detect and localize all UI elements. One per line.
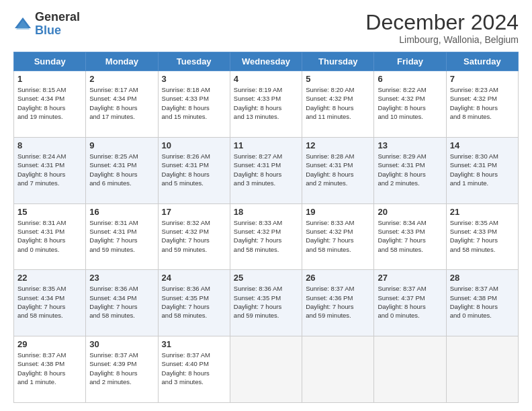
day-info: Sunrise: 8:20 AMSunset: 4:32 PMDaylight:… [306, 85, 370, 121]
calendar-header-row: SundayMondayTuesdayWednesdayThursdayFrid… [14, 52, 519, 71]
calendar-cell [302, 336, 374, 403]
day-info: Sunrise: 8:33 AMSunset: 4:32 PMDaylight:… [306, 218, 370, 254]
day-number: 20 [378, 207, 442, 217]
calendar-week-3: 15Sunrise: 8:31 AMSunset: 4:31 PMDayligh… [14, 203, 519, 270]
calendar-cell: 8Sunrise: 8:24 AMSunset: 4:31 PMDaylight… [14, 137, 86, 203]
day-number: 23 [89, 273, 154, 283]
day-info: Sunrise: 8:23 AMSunset: 4:32 PMDaylight:… [450, 85, 515, 121]
day-number: 19 [306, 207, 370, 217]
day-number: 3 [162, 74, 226, 84]
calendar-cell: 1Sunrise: 8:15 AMSunset: 4:34 PMDaylight… [14, 71, 86, 138]
calendar-cell: 10Sunrise: 8:26 AMSunset: 4:31 PMDayligh… [158, 137, 230, 203]
calendar-week-2: 8Sunrise: 8:24 AMSunset: 4:31 PMDaylight… [14, 137, 519, 203]
day-info: Sunrise: 8:36 AMSunset: 4:35 PMDaylight:… [162, 284, 226, 320]
day-number: 8 [17, 140, 82, 150]
day-info: Sunrise: 8:37 AMSunset: 4:40 PMDaylight:… [162, 351, 226, 386]
day-number: 15 [17, 207, 82, 217]
day-info: Sunrise: 8:37 AMSunset: 4:36 PMDaylight:… [306, 284, 370, 320]
day-info: Sunrise: 8:37 AMSunset: 4:38 PMDaylight:… [450, 284, 515, 320]
calendar-cell: 24Sunrise: 8:36 AMSunset: 4:35 PMDayligh… [158, 270, 230, 336]
calendar-cell: 25Sunrise: 8:36 AMSunset: 4:35 PMDayligh… [230, 270, 302, 336]
day-info: Sunrise: 8:25 AMSunset: 4:31 PMDaylight:… [89, 152, 154, 187]
calendar-cell: 31Sunrise: 8:37 AMSunset: 4:40 PMDayligh… [158, 336, 230, 403]
day-number: 17 [162, 207, 226, 217]
page: General Blue December 2024 Limbourg, Wal… [0, 0, 532, 411]
calendar-cell: 30Sunrise: 8:37 AMSunset: 4:39 PMDayligh… [86, 336, 158, 403]
day-number: 24 [162, 273, 226, 283]
day-number: 10 [162, 140, 226, 150]
day-info: Sunrise: 8:26 AMSunset: 4:31 PMDaylight:… [162, 152, 226, 187]
day-number: 13 [378, 140, 442, 150]
day-info: Sunrise: 8:36 AMSunset: 4:35 PMDaylight:… [234, 284, 298, 320]
col-header-tuesday: Tuesday [158, 52, 230, 71]
calendar-week-5: 29Sunrise: 8:37 AMSunset: 4:38 PMDayligh… [14, 336, 519, 403]
day-number: 25 [234, 273, 298, 283]
calendar-cell: 11Sunrise: 8:27 AMSunset: 4:31 PMDayligh… [230, 137, 302, 203]
day-info: Sunrise: 8:37 AMSunset: 4:38 PMDaylight:… [17, 351, 82, 386]
logo: General Blue [13, 11, 80, 38]
day-info: Sunrise: 8:32 AMSunset: 4:32 PMDaylight:… [162, 218, 226, 254]
header: General Blue December 2024 Limbourg, Wal… [13, 11, 519, 45]
logo-blue-text: Blue [35, 24, 80, 38]
day-info: Sunrise: 8:37 AMSunset: 4:39 PMDaylight:… [89, 351, 154, 386]
day-number: 5 [306, 74, 370, 84]
calendar-cell: 17Sunrise: 8:32 AMSunset: 4:32 PMDayligh… [158, 203, 230, 270]
calendar-cell: 27Sunrise: 8:37 AMSunset: 4:37 PMDayligh… [374, 270, 446, 336]
logo-icon [13, 15, 32, 34]
day-number: 9 [89, 140, 154, 150]
day-number: 6 [378, 74, 442, 84]
day-info: Sunrise: 8:34 AMSunset: 4:33 PMDaylight:… [378, 218, 442, 254]
day-number: 2 [89, 74, 154, 84]
col-header-saturday: Saturday [446, 52, 518, 71]
calendar-week-1: 1Sunrise: 8:15 AMSunset: 4:34 PMDaylight… [14, 71, 519, 138]
month-title: December 2024 [365, 11, 519, 34]
title-block: December 2024 Limbourg, Wallonia, Belgiu… [365, 11, 519, 45]
calendar-cell [446, 336, 518, 403]
calendar-week-4: 22Sunrise: 8:35 AMSunset: 4:34 PMDayligh… [14, 270, 519, 336]
day-number: 30 [89, 339, 154, 349]
day-number: 31 [162, 339, 226, 349]
location: Limbourg, Wallonia, Belgium [365, 34, 519, 45]
calendar-cell: 23Sunrise: 8:36 AMSunset: 4:34 PMDayligh… [86, 270, 158, 336]
logo-general-text: General [35, 11, 80, 24]
day-info: Sunrise: 8:22 AMSunset: 4:32 PMDaylight:… [378, 85, 442, 121]
day-number: 12 [306, 140, 370, 150]
day-number: 29 [17, 339, 82, 349]
day-info: Sunrise: 8:18 AMSunset: 4:33 PMDaylight:… [162, 85, 226, 121]
calendar-cell: 9Sunrise: 8:25 AMSunset: 4:31 PMDaylight… [86, 137, 158, 203]
col-header-thursday: Thursday [302, 52, 374, 71]
day-info: Sunrise: 8:33 AMSunset: 4:32 PMDaylight:… [234, 218, 298, 254]
day-number: 18 [234, 207, 298, 217]
day-number: 22 [17, 273, 82, 283]
day-number: 21 [450, 207, 515, 217]
calendar-cell: 5Sunrise: 8:20 AMSunset: 4:32 PMDaylight… [302, 71, 374, 138]
day-info: Sunrise: 8:17 AMSunset: 4:34 PMDaylight:… [89, 85, 154, 121]
col-header-wednesday: Wednesday [230, 52, 302, 71]
calendar-cell: 4Sunrise: 8:19 AMSunset: 4:33 PMDaylight… [230, 71, 302, 138]
day-number: 11 [234, 140, 298, 150]
day-info: Sunrise: 8:15 AMSunset: 4:34 PMDaylight:… [17, 85, 82, 121]
day-info: Sunrise: 8:29 AMSunset: 4:31 PMDaylight:… [378, 152, 442, 187]
day-info: Sunrise: 8:31 AMSunset: 4:31 PMDaylight:… [89, 218, 154, 254]
day-info: Sunrise: 8:30 AMSunset: 4:31 PMDaylight:… [450, 152, 515, 187]
col-header-sunday: Sunday [14, 52, 86, 71]
calendar-cell: 19Sunrise: 8:33 AMSunset: 4:32 PMDayligh… [302, 203, 374, 270]
calendar-cell: 20Sunrise: 8:34 AMSunset: 4:33 PMDayligh… [374, 203, 446, 270]
day-number: 14 [450, 140, 515, 150]
day-info: Sunrise: 8:36 AMSunset: 4:34 PMDaylight:… [89, 284, 154, 320]
col-header-friday: Friday [374, 52, 446, 71]
day-number: 16 [89, 207, 154, 217]
calendar-cell: 16Sunrise: 8:31 AMSunset: 4:31 PMDayligh… [86, 203, 158, 270]
day-info: Sunrise: 8:31 AMSunset: 4:31 PMDaylight:… [17, 218, 82, 254]
calendar-cell: 15Sunrise: 8:31 AMSunset: 4:31 PMDayligh… [14, 203, 86, 270]
calendar-cell [230, 336, 302, 403]
calendar-cell: 29Sunrise: 8:37 AMSunset: 4:38 PMDayligh… [14, 336, 86, 403]
day-info: Sunrise: 8:35 AMSunset: 4:33 PMDaylight:… [450, 218, 515, 254]
calendar-cell: 21Sunrise: 8:35 AMSunset: 4:33 PMDayligh… [446, 203, 518, 270]
day-number: 27 [378, 273, 442, 283]
day-info: Sunrise: 8:19 AMSunset: 4:33 PMDaylight:… [234, 85, 298, 121]
logo-text: General Blue [35, 11, 80, 38]
day-number: 28 [450, 273, 515, 283]
calendar-cell: 3Sunrise: 8:18 AMSunset: 4:33 PMDaylight… [158, 71, 230, 138]
col-header-monday: Monday [86, 52, 158, 71]
